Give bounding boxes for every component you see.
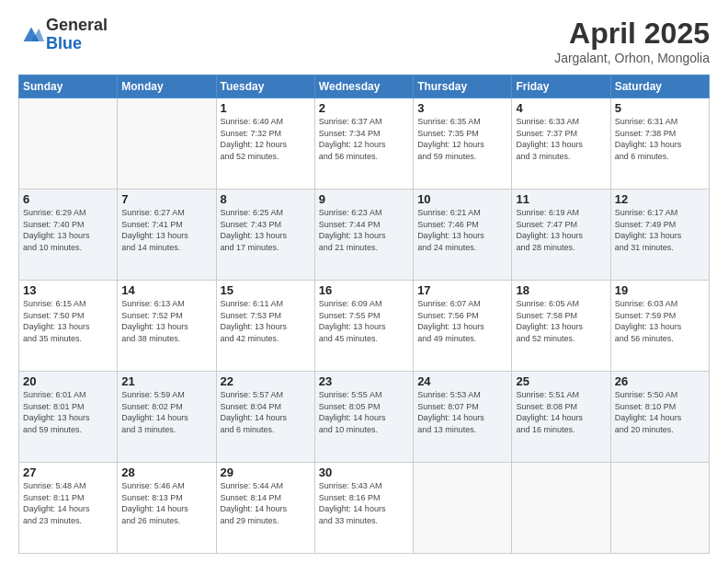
location-subtitle: Jargalant, Orhon, Mongolia	[554, 51, 710, 65]
day-number: 23	[319, 374, 409, 388]
day-number: 20	[23, 374, 113, 388]
table-row: 7Sunrise: 6:27 AM Sunset: 7:41 PM Daylig…	[118, 190, 216, 281]
day-number: 9	[319, 192, 409, 206]
table-row: 19Sunrise: 6:03 AM Sunset: 7:59 PM Dayli…	[610, 281, 709, 372]
day-number: 16	[319, 283, 409, 297]
cell-info: Sunrise: 6:19 AM Sunset: 7:47 PM Dayligh…	[516, 207, 606, 253]
cell-info: Sunrise: 6:27 AM Sunset: 7:41 PM Dayligh…	[121, 207, 211, 253]
table-row: 4Sunrise: 6:33 AM Sunset: 7:37 PM Daylig…	[512, 98, 610, 190]
table-row: 27Sunrise: 5:48 AM Sunset: 8:11 PM Dayli…	[19, 463, 118, 554]
cell-info: Sunrise: 5:43 AM Sunset: 8:16 PM Dayligh…	[319, 480, 409, 526]
col-wednesday: Wednesday	[314, 75, 413, 98]
day-number: 2	[319, 101, 409, 115]
day-number: 6	[23, 192, 113, 206]
day-number: 21	[121, 374, 211, 388]
calendar-week-row: 6Sunrise: 6:29 AM Sunset: 7:40 PM Daylig…	[19, 190, 710, 281]
day-number: 29	[221, 465, 311, 479]
table-row: 12Sunrise: 6:17 AM Sunset: 7:49 PM Dayli…	[610, 190, 709, 281]
table-row: 14Sunrise: 6:13 AM Sunset: 7:52 PM Dayli…	[118, 281, 216, 372]
cell-info: Sunrise: 5:46 AM Sunset: 8:13 PM Dayligh…	[121, 480, 211, 526]
cell-info: Sunrise: 6:17 AM Sunset: 7:49 PM Dayligh…	[615, 207, 705, 253]
cell-info: Sunrise: 6:05 AM Sunset: 7:58 PM Dayligh…	[516, 298, 606, 344]
cell-info: Sunrise: 6:03 AM Sunset: 7:59 PM Dayligh…	[615, 298, 705, 344]
day-number: 17	[417, 283, 507, 297]
day-number: 15	[221, 283, 311, 297]
day-number: 5	[615, 101, 705, 115]
day-header-row: Sunday Monday Tuesday Wednesday Thursday…	[19, 75, 710, 98]
table-row: 18Sunrise: 6:05 AM Sunset: 7:58 PM Dayli…	[512, 281, 610, 372]
cell-info: Sunrise: 6:07 AM Sunset: 7:56 PM Dayligh…	[417, 298, 507, 344]
day-number: 1	[221, 101, 311, 115]
col-monday: Monday	[118, 75, 216, 98]
day-number: 3	[417, 101, 507, 115]
table-row: 11Sunrise: 6:19 AM Sunset: 7:47 PM Dayli…	[512, 190, 610, 281]
day-number: 25	[516, 374, 606, 388]
day-number: 18	[516, 283, 606, 297]
calendar-week-row: 13Sunrise: 6:15 AM Sunset: 7:50 PM Dayli…	[19, 281, 710, 372]
cell-info: Sunrise: 5:57 AM Sunset: 8:04 PM Dayligh…	[221, 389, 311, 435]
cell-info: Sunrise: 6:15 AM Sunset: 7:50 PM Dayligh…	[23, 298, 113, 344]
table-row	[118, 98, 216, 190]
cell-info: Sunrise: 6:31 AM Sunset: 7:38 PM Dayligh…	[615, 116, 705, 162]
cell-info: Sunrise: 5:44 AM Sunset: 8:14 PM Dayligh…	[221, 480, 311, 526]
table-row: 21Sunrise: 5:59 AM Sunset: 8:02 PM Dayli…	[118, 372, 216, 463]
logo-blue-text: Blue	[46, 35, 108, 53]
day-number: 13	[23, 283, 113, 297]
table-row	[512, 463, 610, 554]
table-row: 8Sunrise: 6:25 AM Sunset: 7:43 PM Daylig…	[216, 190, 314, 281]
day-number: 7	[121, 192, 211, 206]
day-number: 10	[417, 192, 507, 206]
page: General Blue April 2025 Jargalant, Orhon…	[0, 0, 728, 563]
day-number: 14	[121, 283, 211, 297]
day-number: 30	[319, 465, 409, 479]
month-title: April 2025	[554, 17, 710, 51]
cell-info: Sunrise: 6:33 AM Sunset: 7:37 PM Dayligh…	[516, 116, 606, 162]
cell-info: Sunrise: 5:59 AM Sunset: 8:02 PM Dayligh…	[121, 389, 211, 435]
cell-info: Sunrise: 6:23 AM Sunset: 7:44 PM Dayligh…	[319, 207, 409, 253]
day-number: 24	[417, 374, 507, 388]
day-number: 4	[516, 101, 606, 115]
table-row: 29Sunrise: 5:44 AM Sunset: 8:14 PM Dayli…	[216, 463, 314, 554]
cell-info: Sunrise: 6:01 AM Sunset: 8:01 PM Dayligh…	[23, 389, 113, 435]
cell-info: Sunrise: 6:35 AM Sunset: 7:35 PM Dayligh…	[417, 116, 507, 162]
cell-info: Sunrise: 5:50 AM Sunset: 8:10 PM Dayligh…	[615, 389, 705, 435]
table-row: 20Sunrise: 6:01 AM Sunset: 8:01 PM Dayli…	[19, 372, 118, 463]
logo-general-text: General	[46, 17, 108, 35]
cell-info: Sunrise: 5:55 AM Sunset: 8:05 PM Dayligh…	[319, 389, 409, 435]
calendar-week-row: 20Sunrise: 6:01 AM Sunset: 8:01 PM Dayli…	[19, 372, 710, 463]
col-friday: Friday	[512, 75, 610, 98]
logo-icon	[18, 22, 44, 48]
table-row: 1Sunrise: 6:40 AM Sunset: 7:32 PM Daylig…	[216, 98, 314, 190]
cell-info: Sunrise: 5:51 AM Sunset: 8:08 PM Dayligh…	[516, 389, 606, 435]
cell-info: Sunrise: 6:29 AM Sunset: 7:40 PM Dayligh…	[23, 207, 113, 253]
day-number: 8	[221, 192, 311, 206]
table-row: 10Sunrise: 6:21 AM Sunset: 7:46 PM Dayli…	[414, 190, 512, 281]
table-row: 28Sunrise: 5:46 AM Sunset: 8:13 PM Dayli…	[118, 463, 216, 554]
table-row: 26Sunrise: 5:50 AM Sunset: 8:10 PM Dayli…	[610, 372, 709, 463]
table-row: 3Sunrise: 6:35 AM Sunset: 7:35 PM Daylig…	[414, 98, 512, 190]
cell-info: Sunrise: 5:53 AM Sunset: 8:07 PM Dayligh…	[417, 389, 507, 435]
day-number: 19	[615, 283, 705, 297]
cell-info: Sunrise: 6:25 AM Sunset: 7:43 PM Dayligh…	[221, 207, 311, 253]
calendar-week-row: 27Sunrise: 5:48 AM Sunset: 8:11 PM Dayli…	[19, 463, 710, 554]
col-thursday: Thursday	[414, 75, 512, 98]
table-row: 13Sunrise: 6:15 AM Sunset: 7:50 PM Dayli…	[19, 281, 118, 372]
calendar-week-row: 1Sunrise: 6:40 AM Sunset: 7:32 PM Daylig…	[19, 98, 710, 190]
cell-info: Sunrise: 5:48 AM Sunset: 8:11 PM Dayligh…	[23, 480, 113, 526]
table-row: 9Sunrise: 6:23 AM Sunset: 7:44 PM Daylig…	[314, 190, 413, 281]
col-sunday: Sunday	[19, 75, 118, 98]
table-row: 15Sunrise: 6:11 AM Sunset: 7:53 PM Dayli…	[216, 281, 314, 372]
cell-info: Sunrise: 6:40 AM Sunset: 7:32 PM Dayligh…	[221, 116, 311, 162]
day-number: 26	[615, 374, 705, 388]
day-number: 27	[23, 465, 113, 479]
day-number: 11	[516, 192, 606, 206]
day-number: 22	[221, 374, 311, 388]
table-row: 30Sunrise: 5:43 AM Sunset: 8:16 PM Dayli…	[314, 463, 413, 554]
cell-info: Sunrise: 6:13 AM Sunset: 7:52 PM Dayligh…	[121, 298, 211, 344]
title-section: April 2025 Jargalant, Orhon, Mongolia	[554, 17, 710, 65]
col-tuesday: Tuesday	[216, 75, 314, 98]
day-number: 12	[615, 192, 705, 206]
logo: General Blue	[18, 17, 108, 53]
table-row: 23Sunrise: 5:55 AM Sunset: 8:05 PM Dayli…	[314, 372, 413, 463]
calendar-table: Sunday Monday Tuesday Wednesday Thursday…	[18, 75, 710, 554]
